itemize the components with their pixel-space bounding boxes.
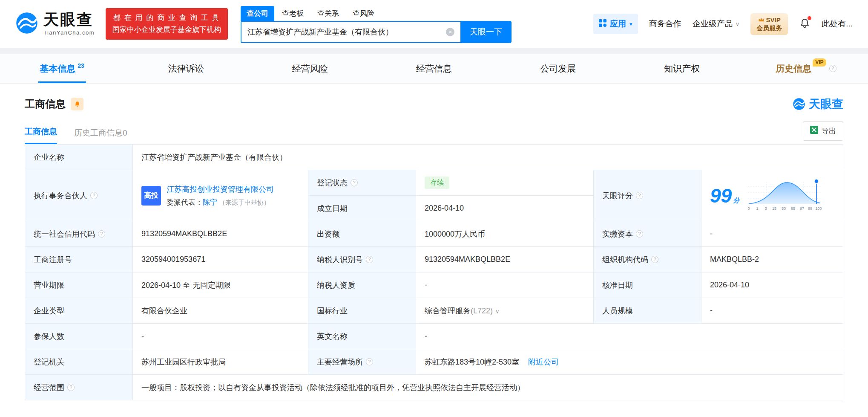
- subtab-business-info[interactable]: 工商信息: [25, 126, 57, 144]
- delegate-link[interactable]: 陈宁: [203, 198, 217, 206]
- search-button[interactable]: 天眼一下: [460, 21, 512, 43]
- partner-logo: 高投: [141, 186, 161, 206]
- table-row: 企业名称 江苏省增资扩产战新产业基金（有限合伙）: [25, 145, 843, 170]
- field-business-scope-value: 一般项目：股权投资；以自有资金从事投资活动（除依法须经批准的项目外，凭营业执照依…: [133, 375, 843, 400]
- label-text: 英文名称: [317, 331, 348, 342]
- company-detail-card: 基本信息 23 法律诉讼 经营风险 经营信息 公司发展 知识产权 历史信息 VI…: [0, 54, 868, 417]
- tab-operating-risk[interactable]: 经营风险: [248, 54, 372, 83]
- svg-text:3: 3: [765, 206, 767, 211]
- svg-text:100: 100: [816, 206, 822, 211]
- field-business-address-value: 苏虹东路183号10幢2-530室 附近公司: [416, 349, 843, 375]
- svip-label: SVIP: [766, 16, 781, 24]
- tab-history-label: 历史信息: [776, 63, 811, 75]
- label-text: 组织机构代码: [602, 255, 648, 265]
- tab-legal-proceedings[interactable]: 法律诉讼: [124, 54, 248, 83]
- chevron-down-icon: ∨: [736, 21, 740, 27]
- field-business-address-label: 主要经营场所?: [308, 349, 416, 375]
- field-registration-authority-label: 登记机关: [25, 349, 133, 375]
- field-staff-size-label: 人员规模: [594, 298, 701, 324]
- tab-history-info[interactable]: 历史信息 VIP ?: [744, 54, 868, 83]
- svg-text:0: 0: [748, 206, 750, 211]
- apps-grid-icon: [599, 19, 606, 29]
- chevron-down-icon: ▾: [629, 21, 632, 27]
- delegate-label: 委派代表：: [167, 198, 203, 206]
- notifications-bell-button[interactable]: [799, 17, 811, 31]
- tab-risk-label: 经营风险: [292, 63, 328, 75]
- industry-name: 综合管理服务: [425, 307, 471, 315]
- help-icon[interactable]: ?: [651, 256, 658, 263]
- business-cooperation-link[interactable]: 商务合作: [649, 18, 681, 29]
- label-text: 企业名称: [34, 152, 64, 162]
- field-taxpayer-id-label: 纳税人识别号?: [308, 247, 416, 272]
- promo-line1: 都 在 用 的 商 业 查 询 工 具: [112, 12, 221, 24]
- search-input[interactable]: [241, 21, 460, 43]
- status-badge: 存续: [425, 177, 449, 189]
- label-text: 天眼评分: [602, 191, 633, 201]
- search-tab-boss[interactable]: 查老板: [276, 6, 310, 21]
- apps-button[interactable]: 应用 ▾: [593, 14, 638, 34]
- svip-membership-badge[interactable]: SVIP 会员服务: [750, 13, 788, 35]
- field-approval-date-value: 2026-04-10: [701, 272, 843, 298]
- help-icon[interactable]: ?: [366, 256, 373, 263]
- label-text: 执行事务合伙人: [34, 191, 87, 201]
- help-icon[interactable]: ?: [98, 230, 105, 237]
- field-tianyan-score-label: 天眼评分?: [594, 170, 701, 221]
- help-icon[interactable]: ?: [90, 192, 98, 199]
- table-row: 经营范围? 一般项目：股权投资；以自有资金从事投资活动（除依法须经批准的项目外，…: [25, 375, 843, 400]
- label-text: 工商注册号: [34, 255, 72, 265]
- vip-badge: VIP: [813, 58, 826, 67]
- help-icon[interactable]: ?: [366, 358, 373, 365]
- field-industry-label: 国标行业: [308, 298, 416, 324]
- chevron-down-icon[interactable]: ∨: [495, 308, 500, 315]
- enterprise-products-menu[interactable]: 企业级产品 ∨: [693, 18, 740, 29]
- label-text: 国标行业: [317, 306, 348, 316]
- notification-dot: [808, 16, 811, 20]
- section-title: 工商信息: [25, 97, 66, 111]
- tab-basic-info[interactable]: 基本信息 23: [0, 54, 124, 83]
- label-text: 登记机关: [34, 357, 64, 367]
- help-icon[interactable]: ?: [636, 192, 643, 199]
- field-tax-qualification-label: 纳税人资质: [308, 272, 416, 298]
- user-account-menu[interactable]: 此处有...: [822, 18, 853, 29]
- help-icon[interactable]: ?: [67, 384, 75, 391]
- delegate-source: （来源于中基协）: [219, 199, 270, 206]
- clear-search-icon[interactable]: ×: [446, 28, 454, 36]
- field-industry-value: 综合管理服务(L722)∨: [416, 298, 594, 324]
- field-paid-capital-label: 实缴资本?: [594, 221, 701, 247]
- search-tab-company[interactable]: 查公司: [241, 6, 274, 21]
- export-button[interactable]: 导出: [803, 121, 843, 141]
- tab-company-development[interactable]: 公司发展: [496, 54, 620, 83]
- table-row: 统一社会信用代码? 91320594MAKBQLBB2E 出资额 1000000…: [25, 221, 843, 247]
- nearby-companies-link[interactable]: 附近公司: [528, 358, 559, 366]
- help-icon[interactable]: ?: [351, 179, 358, 186]
- field-english-name-value: -: [416, 324, 843, 349]
- tab-intellectual-property[interactable]: 知识产权: [620, 54, 744, 83]
- search-tab-relation[interactable]: 查关系: [311, 6, 345, 21]
- search-tab-riskcheck[interactable]: 查风险: [347, 6, 380, 21]
- top-header: 天眼查 TianYanCha.com 都 在 用 的 商 业 查 询 工 具 国…: [0, 0, 868, 48]
- table-row: 登记机关 苏州工业园区行政审批局 主要经营场所? 苏虹东路183号10幢2-53…: [25, 349, 843, 375]
- label-text: 企业类型: [34, 306, 64, 316]
- table-row: 参保人数 - 英文名称 -: [25, 324, 843, 349]
- field-taxpayer-id-value: 91320594MAKBQLBB2E: [416, 247, 594, 272]
- watermark-logo: 天眼查: [793, 96, 843, 112]
- label-text: 经营范围: [34, 382, 64, 393]
- label-text: 实缴资本: [602, 229, 633, 239]
- help-icon[interactable]: ?: [636, 230, 643, 237]
- subtab-history-business-info[interactable]: 历史工商信息0: [74, 127, 127, 144]
- label-text: 统一社会信用代码: [34, 229, 95, 239]
- tab-operating-info[interactable]: 经营信息: [372, 54, 496, 83]
- field-org-code-value: MAKBQLBB-2: [701, 247, 843, 272]
- score-number: 99: [710, 185, 732, 207]
- help-icon[interactable]: ?: [829, 65, 836, 72]
- field-registration-status-label: 登记状态?: [308, 170, 416, 196]
- field-capital-label: 出资额: [308, 221, 416, 247]
- brand-name: 天眼查: [43, 12, 95, 27]
- tab-legal-label: 法律诉讼: [168, 63, 204, 75]
- site-logo[interactable]: 天眼查 TianYanCha.com: [15, 12, 95, 36]
- partner-company-link[interactable]: 江苏高投创业投资管理有限公司: [167, 185, 274, 194]
- watermark-text: 天眼查: [809, 96, 843, 112]
- tab-basic-info-count: 23: [78, 62, 84, 69]
- svg-text:85: 85: [791, 206, 795, 211]
- subscribe-bell-button[interactable]: [71, 98, 83, 110]
